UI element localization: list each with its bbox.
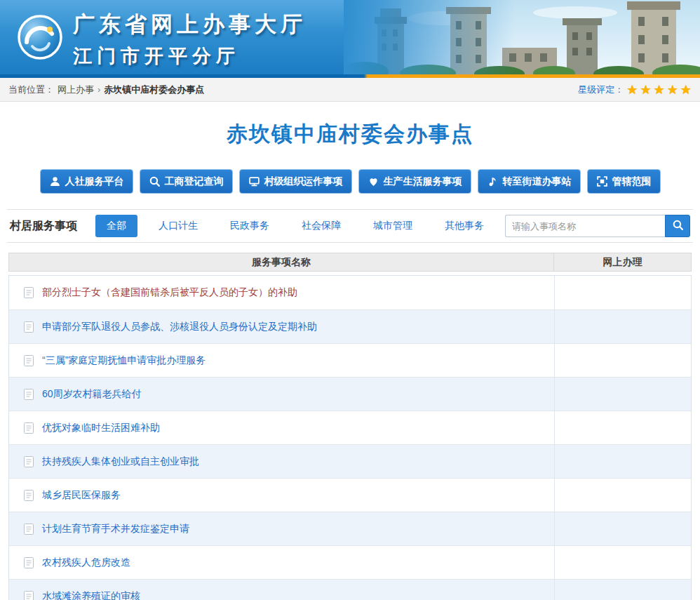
go-to-street-station-button[interactable]: 转至街道办事站 bbox=[478, 169, 581, 194]
document-icon bbox=[23, 286, 34, 299]
section-label: 村居服务事项 bbox=[10, 219, 77, 234]
table-row: “三属”家庭定期抚恤申请审批办理服务 bbox=[9, 343, 691, 377]
service-item-link[interactable]: 城乡居民医保服务 bbox=[42, 489, 121, 502]
search-icon bbox=[672, 219, 684, 233]
breadcrumb: 当前位置： 网上办事 › 赤坎镇中庙村委会办事点 bbox=[8, 84, 204, 96]
online-handling-cell bbox=[554, 276, 691, 309]
service-name-cell: 城乡居民医保服务 bbox=[9, 479, 554, 512]
search-icon bbox=[149, 175, 161, 187]
document-icon bbox=[23, 388, 34, 401]
page-title: 赤坎镇中庙村委会办事点 bbox=[7, 120, 693, 148]
column-header-online-handling: 网上办理 bbox=[554, 253, 691, 271]
header-photo bbox=[344, 0, 700, 74]
online-handling-cell bbox=[554, 310, 691, 343]
button-label: 工商登记查询 bbox=[165, 175, 224, 188]
category-tabs: 全部 人口计生 民政事务 社会保障 城市管理 其他事务 bbox=[95, 215, 495, 237]
service-item-link[interactable]: 60周岁农村籍老兵给付 bbox=[42, 388, 142, 401]
village-organization-matters-button[interactable]: 村级组织运作事项 bbox=[239, 169, 352, 194]
document-icon bbox=[23, 321, 34, 333]
service-item-link[interactable]: “三属”家庭定期抚恤申请审批办理服务 bbox=[42, 354, 206, 367]
table-row: 农村残疾人危房改造 bbox=[9, 545, 691, 579]
star-rating-label: 星级评定： bbox=[578, 84, 624, 96]
photo-fade-overlay bbox=[344, 0, 700, 74]
tab-city-management[interactable]: 城市管理 bbox=[362, 215, 424, 237]
business-registration-query-button[interactable]: 工商登记查询 bbox=[140, 169, 233, 194]
online-handling-cell bbox=[554, 580, 691, 600]
service-item-link[interactable]: 计划生育节育手术并发症鉴定申请 bbox=[42, 523, 189, 535]
tab-population-family-planning[interactable]: 人口计生 bbox=[147, 215, 209, 237]
search-button[interactable] bbox=[665, 215, 690, 237]
breadcrumb-label: 当前位置： bbox=[8, 84, 54, 96]
star-icon: ★ bbox=[680, 84, 692, 96]
main-content: 赤坎镇中庙村委会办事点 人社服务平台 工商登记查询 村级组织运作事项 bbox=[0, 102, 700, 600]
service-item-link[interactable]: 优抚对象临时生活困难补助 bbox=[42, 422, 160, 434]
document-icon bbox=[23, 354, 34, 367]
star-icons: ★ ★ ★ ★ ★ bbox=[626, 84, 692, 96]
service-item-link[interactable]: 扶持残疾人集体创业或自主创业审批 bbox=[42, 455, 199, 468]
government-service-logo-icon bbox=[17, 14, 63, 60]
heart-icon bbox=[368, 175, 379, 187]
site-title-line1: 广东省网上办事大厅 bbox=[73, 10, 307, 39]
site-title-line2: 江门市开平分厅 bbox=[73, 44, 307, 69]
service-item-link[interactable]: 申请部分军队退役人员参战、涉核退役人员身份认定及定期补助 bbox=[42, 321, 317, 333]
service-name-cell: 申请部分军队退役人员参战、涉核退役人员身份认定及定期补助 bbox=[9, 310, 554, 343]
document-icon bbox=[23, 523, 34, 535]
button-label: 村级组织运作事项 bbox=[264, 175, 343, 188]
scan-icon bbox=[596, 175, 608, 187]
document-icon bbox=[23, 489, 34, 502]
table-row: 计划生育节育手术并发症鉴定申请 bbox=[9, 512, 691, 545]
online-handling-cell bbox=[554, 411, 691, 444]
button-label: 生产生活服务事项 bbox=[384, 175, 462, 188]
service-item-link[interactable]: 水域滩涂养殖证的审核 bbox=[42, 590, 140, 600]
table-row: 水域滩涂养殖证的审核 bbox=[9, 579, 691, 600]
breadcrumb-bar: 当前位置： 网上办事 › 赤坎镇中庙村委会办事点 星级评定： ★ ★ ★ ★ ★ bbox=[0, 78, 700, 102]
service-items-table: 服务事项名称 网上办理 部分烈士子女（含建国前错杀后被平反人员的子女）的补助 申… bbox=[8, 253, 692, 600]
table-body: 部分烈士子女（含建国前错杀后被平反人员的子女）的补助 申请部分军队退役人员参战、… bbox=[8, 275, 692, 600]
service-item-link[interactable]: 部分烈士子女（含建国前错杀后被平反人员的子女）的补助 bbox=[42, 286, 297, 299]
online-handling-cell bbox=[554, 479, 691, 512]
social-service-platform-button[interactable]: 人社服务平台 bbox=[40, 169, 133, 194]
quick-buttons-row: 人社服务平台 工商登记查询 村级组织运作事项 生产生活服务事项 bbox=[7, 169, 693, 194]
tab-all[interactable]: 全部 bbox=[95, 215, 137, 237]
tab-other-matters[interactable]: 其他事务 bbox=[433, 215, 495, 237]
search-input[interactable] bbox=[505, 215, 665, 237]
person-icon bbox=[49, 175, 61, 187]
table-row: 城乡居民医保服务 bbox=[9, 478, 691, 512]
service-item-link[interactable]: 农村残疾人危房改造 bbox=[42, 556, 130, 569]
star-icon: ★ bbox=[640, 84, 651, 96]
document-icon bbox=[23, 590, 34, 600]
music-note-icon bbox=[487, 175, 499, 187]
table-header-row: 服务事项名称 网上办理 bbox=[8, 253, 692, 272]
service-name-cell: 60周岁农村籍老兵给付 bbox=[9, 378, 554, 411]
breadcrumb-link-online-services[interactable]: 网上办事 bbox=[58, 84, 94, 96]
service-name-cell: 水域滩涂养殖证的审核 bbox=[9, 580, 554, 600]
document-icon bbox=[23, 455, 34, 468]
document-icon bbox=[23, 422, 34, 434]
star-icon: ★ bbox=[667, 84, 678, 96]
star-icon: ★ bbox=[654, 84, 665, 96]
search-box bbox=[505, 215, 690, 237]
category-tab-bar: 村居服务事项 全部 人口计生 民政事务 社会保障 城市管理 其他事务 bbox=[7, 209, 693, 243]
online-handling-cell bbox=[554, 512, 691, 545]
online-handling-cell bbox=[554, 546, 691, 579]
tab-social-security[interactable]: 社会保障 bbox=[290, 215, 352, 237]
jurisdiction-scope-button[interactable]: 管辖范围 bbox=[587, 169, 661, 194]
breadcrumb-current: 赤坎镇中庙村委会办事点 bbox=[104, 84, 204, 96]
service-name-cell: 农村残疾人危房改造 bbox=[9, 546, 554, 579]
service-name-cell: 优抚对象临时生活困难补助 bbox=[9, 411, 554, 444]
site-logo bbox=[17, 14, 63, 60]
button-label: 转至街道办事站 bbox=[503, 175, 572, 188]
online-handling-cell bbox=[554, 445, 691, 478]
table-row: 申请部分军队退役人员参战、涉核退役人员身份认定及定期补助 bbox=[9, 309, 691, 343]
monitor-icon bbox=[248, 175, 260, 187]
site-titles: 广东省网上办事大厅 江门市开平分厅 bbox=[73, 10, 307, 69]
life-service-matters-button[interactable]: 生产生活服务事项 bbox=[358, 169, 471, 194]
online-handling-cell bbox=[554, 344, 691, 377]
tab-civil-affairs[interactable]: 民政事务 bbox=[219, 215, 281, 237]
button-label: 管辖范围 bbox=[612, 175, 652, 188]
star-rating: 星级评定： ★ ★ ★ ★ ★ bbox=[578, 84, 692, 96]
document-icon bbox=[23, 556, 34, 569]
star-icon: ★ bbox=[626, 84, 638, 96]
service-name-cell: 计划生育节育手术并发症鉴定申请 bbox=[9, 512, 554, 545]
page: 广东省网上办事大厅 江门市开平分厅 当前位置： 网上办事 › 赤坎镇中庙村委会办… bbox=[0, 0, 700, 600]
